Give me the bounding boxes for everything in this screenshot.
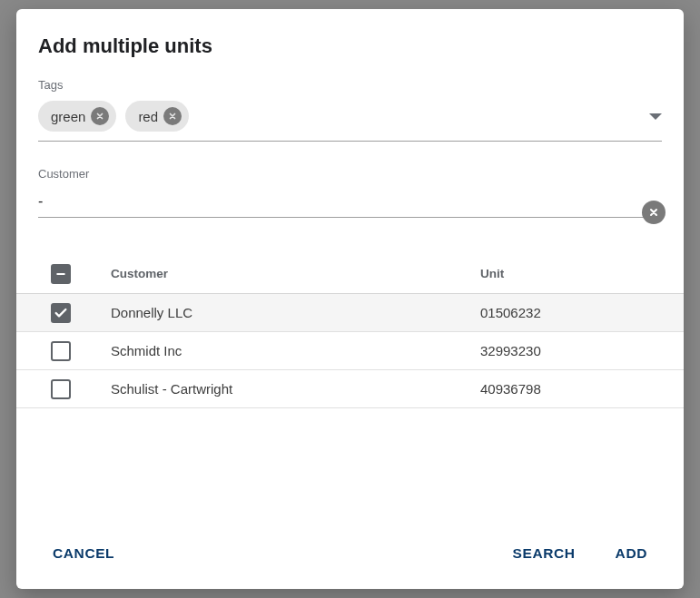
search-button[interactable]: SEARCH	[504, 538, 585, 569]
units-table: Customer Unit Donnelly LLC 01506232 Schm…	[16, 254, 684, 408]
column-header-unit: Unit	[480, 267, 662, 280]
select-all-checkbox[interactable]	[51, 264, 71, 284]
column-header-customer: Customer	[111, 267, 480, 280]
cell-unit: 32993230	[480, 343, 662, 358]
table-header-row: Customer Unit	[16, 254, 684, 294]
dialog-title: Add multiple units	[16, 34, 684, 58]
tag-chip: red	[125, 101, 189, 132]
dialog-add-multiple-units: Add multiple units Tags green red	[16, 9, 684, 589]
tags-chips: green red	[38, 101, 649, 132]
tag-chip-label: red	[138, 109, 158, 124]
svg-rect-0	[56, 273, 64, 275]
cell-customer: Schmidt Inc	[111, 343, 480, 358]
tag-chip: green	[38, 101, 116, 132]
customer-label: Customer	[38, 167, 662, 181]
dialog-body: Tags green red Customer -	[16, 78, 684, 254]
row-checkbox[interactable]	[51, 341, 71, 361]
customer-field[interactable]: -	[38, 190, 662, 218]
table-row[interactable]: Schulist - Cartwright 40936798	[16, 370, 684, 408]
customer-value: -	[38, 190, 662, 210]
tags-field[interactable]: green red	[38, 101, 662, 142]
dialog-actions: CANCEL SEARCH ADD	[16, 522, 684, 589]
row-checkbox[interactable]	[51, 303, 71, 323]
tags-dropdown-icon[interactable]	[649, 113, 662, 120]
clear-customer-icon[interactable]	[642, 201, 665, 224]
remove-tag-icon[interactable]	[163, 107, 182, 125]
cell-unit: 01506232	[480, 305, 662, 320]
add-button[interactable]: ADD	[606, 538, 656, 569]
tags-label: Tags	[38, 78, 662, 92]
cell-unit: 40936798	[480, 381, 662, 397]
tag-chip-label: green	[51, 109, 85, 124]
table-row[interactable]: Donnelly LLC 01506232	[16, 294, 684, 332]
cell-customer: Donnelly LLC	[111, 305, 480, 320]
row-checkbox[interactable]	[51, 379, 71, 399]
cell-customer: Schulist - Cartwright	[111, 381, 480, 397]
cancel-button[interactable]: CANCEL	[44, 538, 123, 569]
table-row[interactable]: Schmidt Inc 32993230	[16, 332, 684, 370]
remove-tag-icon[interactable]	[91, 107, 109, 125]
